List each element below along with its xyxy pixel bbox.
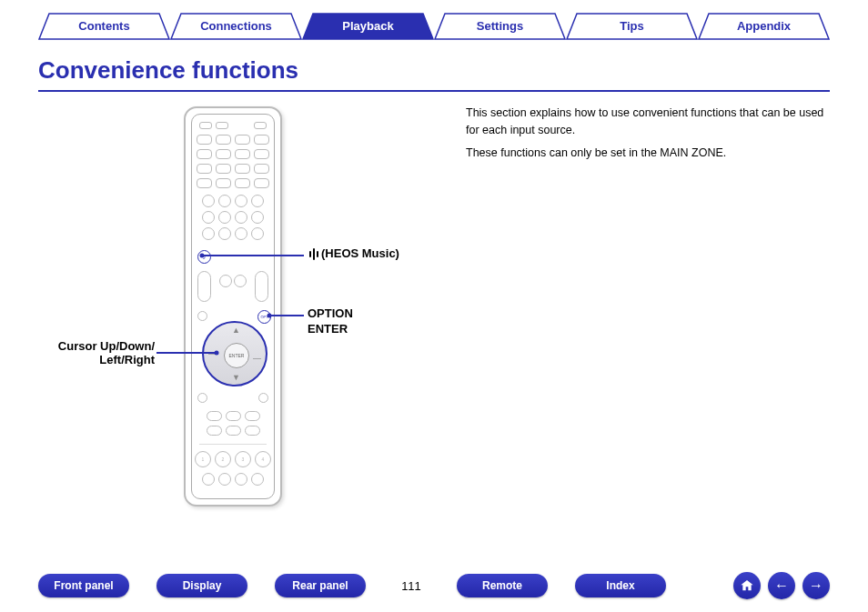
body-text: This section explains how to use conveni… xyxy=(466,101,830,537)
remote-illustration-area: 1234 ♪ OPT ▲ ▼ — — ENTER (HEOS Music) OP… xyxy=(38,101,439,537)
arrow-right-icon: → xyxy=(809,577,823,594)
tab-playback[interactable]: Playback xyxy=(302,13,434,40)
bottom-nav: Front panel Display Rear panel 111 Remot… xyxy=(0,572,868,599)
callout-cursor: Cursor Up/Down/ Left/Right xyxy=(51,339,155,366)
home-button[interactable] xyxy=(733,572,761,599)
prev-page-button[interactable]: ← xyxy=(768,572,795,599)
nav-index[interactable]: Index xyxy=(575,574,666,597)
tab-connections[interactable]: Connections xyxy=(170,13,302,40)
arrow-left-icon: ← xyxy=(774,577,789,594)
body-text-p2: These functions can only be set in the M… xyxy=(466,145,830,162)
home-icon xyxy=(740,578,754,593)
enter-button: ENTER xyxy=(224,343,249,368)
top-tabs: Contents Connections Playback Settings T… xyxy=(0,0,868,40)
heading-rule xyxy=(38,90,830,92)
remote-control-illustration: 1234 ♪ OPT ▲ ▼ — — ENTER xyxy=(184,106,282,507)
page-number: 111 xyxy=(393,579,429,593)
callout-option: OPTION xyxy=(308,306,353,320)
body-text-p1: This section explains how to use conveni… xyxy=(466,105,830,139)
tab-appendix[interactable]: Appendix xyxy=(698,13,830,40)
tab-label: Contents xyxy=(78,19,129,33)
callout-heos: (HEOS Music) xyxy=(308,246,399,260)
tab-contents[interactable]: Contents xyxy=(38,13,170,40)
nav-remote[interactable]: Remote xyxy=(457,574,548,597)
dpad-ring: ▲ ▼ — — ENTER xyxy=(202,321,267,386)
next-page-button[interactable]: → xyxy=(802,572,830,599)
page-title: Convenience functions xyxy=(38,56,830,85)
tab-label: Settings xyxy=(477,19,523,33)
nav-display[interactable]: Display xyxy=(156,574,247,597)
tab-label: Appendix xyxy=(737,19,791,33)
tab-label: Tips xyxy=(620,19,644,33)
nav-front-panel[interactable]: Front panel xyxy=(38,574,129,597)
tab-settings[interactable]: Settings xyxy=(434,13,566,40)
tab-label: Connections xyxy=(200,19,272,33)
tab-tips[interactable]: Tips xyxy=(566,13,698,40)
heos-music-icon xyxy=(308,248,319,260)
tab-label: Playback xyxy=(342,19,393,33)
nav-rear-panel[interactable]: Rear panel xyxy=(275,574,366,597)
callout-enter: ENTER xyxy=(308,322,348,336)
